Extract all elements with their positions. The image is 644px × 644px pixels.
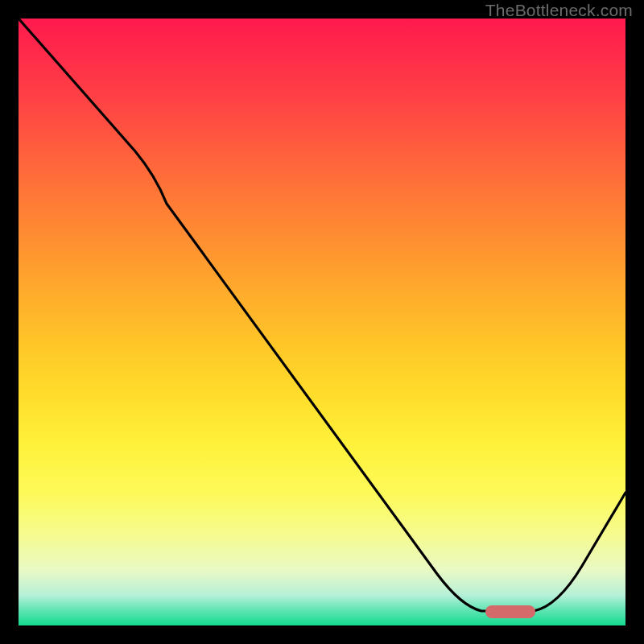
bottleneck-curve	[19, 19, 625, 611]
chart-svg	[19, 19, 625, 625]
watermark-text: TheBottleneck.com	[485, 1, 633, 20]
highlight-marker	[485, 605, 535, 618]
plot-area	[19, 19, 625, 625]
chart-frame: TheBottleneck.com	[0, 0, 644, 644]
